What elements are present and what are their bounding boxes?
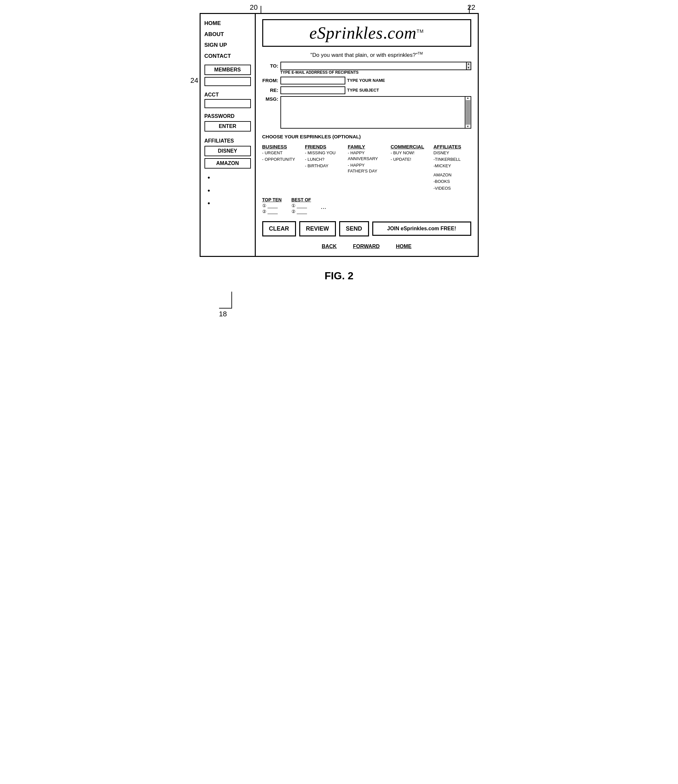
friends-item-3[interactable]: - BIRTHDAY — [305, 163, 343, 169]
esprinkles-section-label: CHOOSE YOUR ESPRINKLES (OPTIONAL) — [262, 134, 471, 139]
sidebar-dots: ••• — [204, 171, 251, 210]
clear-button[interactable]: CLEAR — [262, 221, 296, 237]
tagline-tm: TM — [418, 51, 423, 55]
from-hint: TYPE YOUR NAME — [347, 78, 385, 83]
scroll-up-arrow[interactable]: ▲ — [467, 63, 470, 65]
commercial-header[interactable]: COMMERCIAL — [391, 144, 428, 150]
label-18-text: 18 — [219, 310, 479, 318]
commercial-item-2[interactable]: - UPDATE! — [391, 157, 428, 162]
affiliates-tinkerbell[interactable]: -TINKERBELL — [434, 157, 471, 162]
sidebar-item-home[interactable]: HOME — [204, 19, 251, 28]
sidebar-item-signup[interactable]: SIGN UP — [204, 41, 251, 49]
patent-label-24: 24 — [191, 76, 198, 85]
to-input-wrapper: ▲ ▼ — [280, 62, 471, 70]
best-of-section: BEST OF ① ____ ② ____ — [291, 197, 311, 214]
forward-link[interactable]: FORWARD — [353, 243, 379, 249]
affiliates-cat-header[interactable]: AFFILIATES — [434, 144, 471, 150]
bottom-nav: BACK FORWARD HOME — [262, 243, 471, 249]
business-header[interactable]: BUSINESS — [262, 144, 300, 150]
amazon-button[interactable]: AMAZON — [204, 158, 251, 168]
best-of-item-1[interactable]: ① ____ — [291, 203, 311, 208]
patent-label-18-group: 18 — [219, 291, 479, 318]
from-label: FROM: — [262, 78, 278, 83]
friends-item-1[interactable]: - MISSING YOU — [305, 150, 343, 156]
msg-scrollbar[interactable]: ▲ ▼ — [465, 96, 471, 129]
enter-button[interactable]: ENTER — [204, 121, 251, 131]
affiliates-videos[interactable]: -VIDEOS — [434, 185, 471, 191]
sidebar: HOME ABOUT SIGN UP CONTACT MEMBERS ACCT … — [201, 14, 256, 256]
affiliates-books[interactable]: -BOOKS — [434, 179, 471, 184]
best-of-header[interactable]: BEST OF — [291, 197, 311, 202]
to-label: TO: — [262, 63, 278, 69]
members-button[interactable]: MEMBERS — [204, 65, 251, 75]
tagline: "Do you want that plain, or with esprink… — [262, 51, 471, 58]
re-row: RE: TYPE SUBJECT — [262, 86, 471, 94]
top-ten-item-2[interactable]: ② ____ — [262, 209, 282, 214]
from-input[interactable] — [280, 76, 345, 84]
category-friends: FRIENDS - MISSING YOU - LUNCH? - BIRTHDA… — [305, 144, 343, 191]
patent-label-20: 20 — [250, 3, 258, 12]
to-row: TO: ▲ ▼ TYPE E-MAIL ADDRRESS OF RECIPIEN… — [262, 62, 471, 75]
re-label: RE: — [262, 87, 278, 93]
logo-tm: TM — [417, 28, 424, 34]
logo-box: eSprinkles.comTM — [262, 19, 471, 47]
sidebar-item-contact[interactable]: CONTACT — [204, 52, 251, 61]
top-ten-header[interactable]: TOP TEN — [262, 197, 282, 202]
msg-input[interactable] — [280, 96, 465, 129]
business-item-1[interactable]: - URGENT — [262, 150, 300, 156]
to-scrollbar[interactable]: ▲ ▼ — [466, 62, 471, 70]
password-label: PASSWORD — [204, 113, 251, 119]
back-link[interactable]: BACK — [322, 243, 337, 249]
business-item-2[interactable]: - OPPORTUNITY — [262, 157, 300, 162]
members-input[interactable] — [204, 77, 251, 86]
categories-table: BUSINESS - URGENT - OPPORTUNITY FRIENDS … — [262, 144, 471, 191]
send-button[interactable]: SEND — [339, 221, 369, 237]
msg-row: MSG: ▲ ▼ — [262, 96, 471, 129]
friends-item-2[interactable]: - LUNCH? — [305, 157, 343, 162]
join-button[interactable]: JOIN eSprinkles.com FREE! — [372, 221, 471, 236]
family-item-1[interactable]: - HAPPY ANNIVERSARY — [348, 150, 386, 162]
affiliates-label: AFFILIATES — [204, 138, 251, 144]
action-buttons: CLEAR REVIEW SEND JOIN eSprinkles.com FR… — [262, 221, 471, 237]
friends-header[interactable]: FRIENDS — [305, 144, 343, 150]
main-frame: HOME ABOUT SIGN UP CONTACT MEMBERS ACCT … — [200, 13, 479, 257]
to-hint: TYPE E-MAIL ADDRRESS OF RECIPIENTS — [280, 70, 471, 75]
form-section: TO: ▲ ▼ TYPE E-MAIL ADDRRESS OF RECIPIEN… — [262, 62, 471, 129]
acct-label: ACCT — [204, 92, 251, 98]
acct-input[interactable] — [204, 99, 251, 108]
top-ten-item-1[interactable]: ① ____ — [262, 203, 282, 208]
category-family: FAMILY - HAPPY ANNIVERSARY - HAPPY FATHE… — [348, 144, 386, 191]
home-link[interactable]: HOME — [396, 243, 412, 249]
affiliates-amazon[interactable]: AMAZON — [434, 172, 471, 178]
review-button[interactable]: REVIEW — [299, 221, 336, 237]
sidebar-item-about[interactable]: ABOUT — [204, 30, 251, 39]
ranking-ellipsis: ... — [321, 197, 326, 210]
msg-textarea-wrapper: ▲ ▼ — [280, 96, 471, 129]
family-item-2[interactable]: - HAPPY FATHER'S DAY — [348, 162, 386, 174]
best-of-item-2[interactable]: ② ____ — [291, 209, 311, 214]
disney-button[interactable]: DISNEY — [204, 146, 251, 156]
scroll-down-arrow[interactable]: ▼ — [467, 67, 470, 69]
fig-caption: FIG. 2 — [200, 270, 479, 282]
top-ten-section: TOP TEN ① ____ ② ____ — [262, 197, 282, 214]
main-content: eSprinkles.comTM "Do you want that plain… — [256, 14, 478, 256]
affiliates-disney[interactable]: DISNEY — [434, 150, 471, 156]
commercial-item-1[interactable]: - BUY NOW! — [391, 150, 428, 156]
category-commercial: COMMERCIAL - BUY NOW! - UPDATE! — [391, 144, 428, 191]
category-business: BUSINESS - URGENT - OPPORTUNITY — [262, 144, 300, 191]
category-affiliates: AFFILIATES DISNEY -TINKERBELL -MICKEY AM… — [434, 144, 471, 191]
msg-scroll-down[interactable]: ▼ — [465, 125, 471, 128]
family-header[interactable]: FAMILY — [348, 144, 386, 150]
arrow-vertical — [219, 291, 232, 309]
re-hint: TYPE SUBJECT — [347, 88, 379, 93]
msg-label: MSG: — [262, 96, 278, 102]
rankings-row: TOP TEN ① ____ ② ____ BEST OF ① ____ ② _… — [262, 197, 471, 214]
from-row: FROM: TYPE YOUR NAME — [262, 76, 471, 84]
to-input[interactable] — [280, 62, 466, 70]
msg-scroll-up[interactable]: ▲ — [465, 97, 471, 100]
logo-text: eSprinkles.comTM — [309, 24, 424, 42]
affiliates-mickey[interactable]: -MICKEY — [434, 163, 471, 169]
re-input[interactable] — [280, 86, 345, 94]
